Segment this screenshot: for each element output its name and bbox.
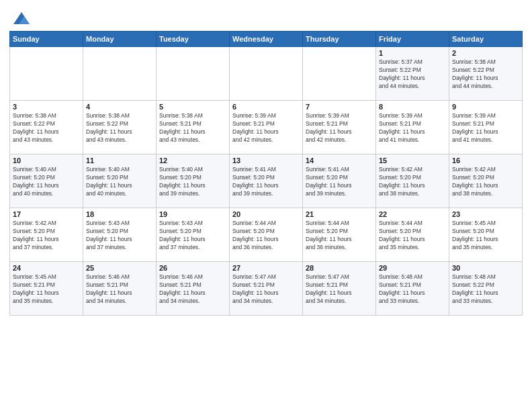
day-number: 9 xyxy=(452,103,519,111)
calendar-cell: 19Sunrise: 5:43 AM Sunset: 5:20 PM Dayli… xyxy=(157,208,230,262)
day-number: 25 xyxy=(86,264,153,272)
day-info: Sunrise: 5:42 AM Sunset: 5:20 PM Dayligh… xyxy=(13,220,80,252)
day-number: 2 xyxy=(452,49,519,57)
calendar-cell: 24Sunrise: 5:45 AM Sunset: 5:21 PM Dayli… xyxy=(10,262,83,316)
day-info: Sunrise: 5:47 AM Sunset: 5:21 PM Dayligh… xyxy=(306,273,373,306)
weekday-header-friday: Friday xyxy=(376,32,449,47)
day-number: 3 xyxy=(13,103,80,111)
day-info: Sunrise: 5:38 AM Sunset: 5:22 PM Dayligh… xyxy=(13,112,80,144)
calendar-cell xyxy=(83,47,157,101)
day-info: Sunrise: 5:40 AM Sunset: 5:20 PM Dayligh… xyxy=(13,166,80,198)
day-number: 4 xyxy=(86,103,153,111)
day-info: Sunrise: 5:41 AM Sunset: 5:20 PM Dayligh… xyxy=(232,166,300,198)
week-row-1: 1Sunrise: 5:37 AM Sunset: 5:22 PM Daylig… xyxy=(10,47,523,101)
day-info: Sunrise: 5:44 AM Sunset: 5:20 PM Dayligh… xyxy=(379,220,446,252)
day-info: Sunrise: 5:39 AM Sunset: 5:21 PM Dayligh… xyxy=(379,112,446,144)
calendar-cell: 25Sunrise: 5:46 AM Sunset: 5:21 PM Dayli… xyxy=(83,262,157,316)
calendar-cell: 1Sunrise: 5:37 AM Sunset: 5:22 PM Daylig… xyxy=(376,47,449,101)
calendar-cell: 21Sunrise: 5:44 AM Sunset: 5:20 PM Dayli… xyxy=(303,208,376,262)
header xyxy=(9,7,523,28)
weekday-header-tuesday: Tuesday xyxy=(157,32,230,47)
day-number: 21 xyxy=(306,210,373,218)
calendar-body: 1Sunrise: 5:37 AM Sunset: 5:22 PM Daylig… xyxy=(10,47,523,316)
day-info: Sunrise: 5:43 AM Sunset: 5:20 PM Dayligh… xyxy=(159,220,226,252)
day-info: Sunrise: 5:45 AM Sunset: 5:21 PM Dayligh… xyxy=(13,273,80,306)
day-info: Sunrise: 5:38 AM Sunset: 5:22 PM Dayligh… xyxy=(452,58,519,91)
day-number: 15 xyxy=(379,156,446,165)
calendar-cell: 11Sunrise: 5:40 AM Sunset: 5:20 PM Dayli… xyxy=(83,154,157,208)
calendar-cell: 12Sunrise: 5:40 AM Sunset: 5:20 PM Dayli… xyxy=(157,154,230,208)
week-row-5: 24Sunrise: 5:45 AM Sunset: 5:21 PM Dayli… xyxy=(10,262,523,316)
calendar-cell: 14Sunrise: 5:41 AM Sunset: 5:20 PM Dayli… xyxy=(303,154,376,208)
day-number: 10 xyxy=(13,156,80,165)
day-info: Sunrise: 5:42 AM Sunset: 5:20 PM Dayligh… xyxy=(452,166,519,198)
day-info: Sunrise: 5:47 AM Sunset: 5:21 PM Dayligh… xyxy=(232,273,300,306)
calendar-cell: 23Sunrise: 5:45 AM Sunset: 5:20 PM Dayli… xyxy=(449,208,523,262)
calendar-cell: 2Sunrise: 5:38 AM Sunset: 5:22 PM Daylig… xyxy=(449,47,523,101)
calendar-cell: 29Sunrise: 5:48 AM Sunset: 5:21 PM Dayli… xyxy=(376,262,449,316)
day-info: Sunrise: 5:38 AM Sunset: 5:21 PM Dayligh… xyxy=(159,112,226,144)
day-number: 27 xyxy=(232,264,300,272)
day-number: 7 xyxy=(306,103,373,111)
day-info: Sunrise: 5:48 AM Sunset: 5:21 PM Dayligh… xyxy=(379,273,446,306)
day-number: 18 xyxy=(86,210,153,218)
calendar-table: SundayMondayTuesdayWednesdayThursdayFrid… xyxy=(9,31,523,316)
day-info: Sunrise: 5:40 AM Sunset: 5:20 PM Dayligh… xyxy=(159,166,226,198)
week-row-2: 3Sunrise: 5:38 AM Sunset: 5:22 PM Daylig… xyxy=(10,101,523,154)
day-info: Sunrise: 5:39 AM Sunset: 5:21 PM Dayligh… xyxy=(452,112,519,144)
week-row-4: 17Sunrise: 5:42 AM Sunset: 5:20 PM Dayli… xyxy=(10,208,523,262)
calendar-cell: 27Sunrise: 5:47 AM Sunset: 5:21 PM Dayli… xyxy=(230,262,303,316)
day-info: Sunrise: 5:41 AM Sunset: 5:20 PM Dayligh… xyxy=(306,166,373,198)
day-number: 8 xyxy=(379,103,446,111)
day-number: 16 xyxy=(452,156,519,165)
calendar-cell: 10Sunrise: 5:40 AM Sunset: 5:20 PM Dayli… xyxy=(10,154,83,208)
weekday-header-monday: Monday xyxy=(83,32,157,47)
day-info: Sunrise: 5:46 AM Sunset: 5:21 PM Dayligh… xyxy=(159,273,226,306)
day-number: 30 xyxy=(452,264,519,272)
day-info: Sunrise: 5:39 AM Sunset: 5:21 PM Dayligh… xyxy=(306,112,373,144)
day-number: 11 xyxy=(86,156,153,165)
day-number: 17 xyxy=(13,210,80,218)
day-number: 12 xyxy=(159,156,226,165)
day-number: 19 xyxy=(159,210,226,218)
calendar-header: SundayMondayTuesdayWednesdayThursdayFrid… xyxy=(10,32,523,47)
day-info: Sunrise: 5:37 AM Sunset: 5:22 PM Dayligh… xyxy=(379,58,446,91)
calendar-cell xyxy=(10,47,83,101)
weekday-header-saturday: Saturday xyxy=(449,32,523,47)
day-info: Sunrise: 5:38 AM Sunset: 5:22 PM Dayligh… xyxy=(86,112,153,144)
day-number: 1 xyxy=(379,49,446,57)
weekday-header-wednesday: Wednesday xyxy=(230,32,303,47)
calendar-cell: 26Sunrise: 5:46 AM Sunset: 5:21 PM Dayli… xyxy=(157,262,230,316)
calendar-cell: 3Sunrise: 5:38 AM Sunset: 5:22 PM Daylig… xyxy=(10,101,83,154)
calendar-cell: 28Sunrise: 5:47 AM Sunset: 5:21 PM Dayli… xyxy=(303,262,376,316)
day-info: Sunrise: 5:48 AM Sunset: 5:22 PM Dayligh… xyxy=(452,273,519,306)
calendar-cell: 22Sunrise: 5:44 AM Sunset: 5:20 PM Dayli… xyxy=(376,208,449,262)
weekday-header-sunday: Sunday xyxy=(10,32,83,47)
calendar-cell: 20Sunrise: 5:44 AM Sunset: 5:20 PM Dayli… xyxy=(230,208,303,262)
day-info: Sunrise: 5:44 AM Sunset: 5:20 PM Dayligh… xyxy=(306,220,373,252)
day-number: 26 xyxy=(159,264,226,272)
page: SundayMondayTuesdayWednesdayThursdayFrid… xyxy=(0,0,532,411)
calendar-cell: 8Sunrise: 5:39 AM Sunset: 5:21 PM Daylig… xyxy=(376,101,449,154)
calendar-cell: 7Sunrise: 5:39 AM Sunset: 5:21 PM Daylig… xyxy=(303,101,376,154)
weekday-header-thursday: Thursday xyxy=(303,32,376,47)
day-number: 29 xyxy=(379,264,446,272)
day-info: Sunrise: 5:42 AM Sunset: 5:20 PM Dayligh… xyxy=(379,166,446,198)
calendar-cell: 18Sunrise: 5:43 AM Sunset: 5:20 PM Dayli… xyxy=(83,208,157,262)
day-number: 23 xyxy=(452,210,519,218)
calendar-cell: 4Sunrise: 5:38 AM Sunset: 5:22 PM Daylig… xyxy=(83,101,157,154)
logo xyxy=(9,9,31,28)
calendar-cell xyxy=(303,47,376,101)
day-info: Sunrise: 5:40 AM Sunset: 5:20 PM Dayligh… xyxy=(86,166,153,198)
calendar-cell xyxy=(157,47,230,101)
day-number: 24 xyxy=(13,264,80,272)
day-number: 13 xyxy=(232,156,300,165)
day-number: 14 xyxy=(306,156,373,165)
calendar-cell: 5Sunrise: 5:38 AM Sunset: 5:21 PM Daylig… xyxy=(157,101,230,154)
logo-icon xyxy=(12,9,31,28)
day-info: Sunrise: 5:46 AM Sunset: 5:21 PM Dayligh… xyxy=(86,273,153,306)
day-number: 22 xyxy=(379,210,446,218)
calendar-cell: 13Sunrise: 5:41 AM Sunset: 5:20 PM Dayli… xyxy=(230,154,303,208)
weekday-header-row: SundayMondayTuesdayWednesdayThursdayFrid… xyxy=(10,32,523,47)
calendar-cell xyxy=(230,47,303,101)
